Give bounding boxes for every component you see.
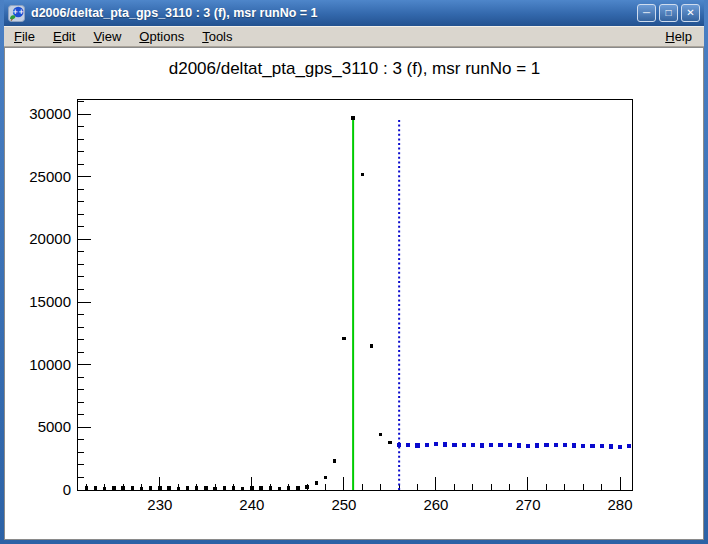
svg-text:270: 270 xyxy=(515,496,540,513)
plot-frame xyxy=(77,99,632,490)
svg-text:30000: 30000 xyxy=(29,105,71,122)
svg-text:0: 0 xyxy=(63,481,71,498)
svg-text:20000: 20000 xyxy=(29,230,71,247)
svg-text:5000: 5000 xyxy=(38,418,71,435)
menubar-left: FileEditViewOptionsTools xyxy=(6,27,243,47)
menu-item-help[interactable]: Help xyxy=(657,27,702,47)
svg-text:260: 260 xyxy=(423,496,448,513)
close-icon: ✕ xyxy=(686,8,694,18)
titlebar[interactable]: ++ d2006/deltat_pta_gps_3110 : 3 (f), ms… xyxy=(4,0,704,26)
svg-text:240: 240 xyxy=(239,496,264,513)
maximize-icon: □ xyxy=(665,8,671,18)
menu-item-file[interactable]: File xyxy=(6,27,45,47)
menu-item-view[interactable]: View xyxy=(85,27,131,47)
close-button[interactable]: ✕ xyxy=(681,4,700,22)
menu-item-edit[interactable]: Edit xyxy=(45,27,85,47)
root-canvas-window: ++ d2006/deltat_pta_gps_3110 : 3 (f), ms… xyxy=(0,0,708,544)
y-axis-ticks xyxy=(77,102,91,478)
root-app-icon: ++ xyxy=(8,5,25,22)
svg-text:10000: 10000 xyxy=(29,356,71,373)
svg-text:280: 280 xyxy=(608,496,633,513)
maximize-button[interactable]: □ xyxy=(659,4,678,22)
svg-text:250: 250 xyxy=(331,496,356,513)
root-canvas[interactable]: d2006/deltat_pta_gps_3110 : 3 (f), msr r… xyxy=(4,47,704,540)
series-theory xyxy=(397,442,631,449)
window-controls: ─□✕ xyxy=(637,4,700,22)
plot-area[interactable]: 2302402502602702800500010000150002000025… xyxy=(4,47,704,540)
menu-item-options[interactable]: Options xyxy=(131,27,194,47)
svg-text:25000: 25000 xyxy=(29,168,71,185)
menu-item-tools[interactable]: Tools xyxy=(194,27,242,47)
svg-text:230: 230 xyxy=(147,496,172,513)
y-axis-labels: 050001000015000200002500030000 xyxy=(29,105,71,498)
svg-text:15000: 15000 xyxy=(29,293,71,310)
window-title: d2006/deltat_pta_gps_3110 : 3 (f), msr r… xyxy=(31,6,637,20)
svg-text:++: ++ xyxy=(12,8,24,16)
series-data-histogram xyxy=(85,116,392,490)
x-axis-labels: 230240250260270280 xyxy=(147,496,632,513)
menubar: FileEditViewOptionsTools Help xyxy=(4,26,704,47)
minimize-icon: ─ xyxy=(643,8,650,18)
minimize-button[interactable]: ─ xyxy=(637,4,656,22)
